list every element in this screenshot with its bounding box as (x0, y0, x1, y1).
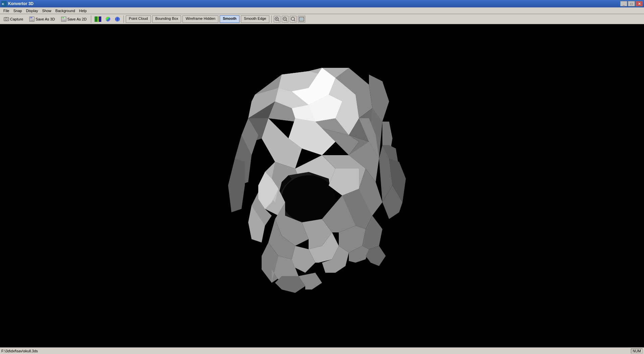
skull-render (0, 24, 644, 351)
color-gradient-button[interactable] (104, 15, 112, 23)
save2d-icon (61, 16, 66, 22)
svg-rect-14 (98, 16, 99, 22)
fit-all-button[interactable] (298, 16, 305, 23)
menu-show[interactable]: Show (40, 8, 54, 13)
menu-display[interactable]: Display (24, 8, 40, 13)
smooth-button[interactable]: Smooth (220, 15, 239, 23)
svg-rect-6 (30, 17, 33, 18)
zoom-fit-button[interactable] (290, 16, 297, 23)
save2d-label: Save As 2D (67, 17, 87, 21)
capture-label: Capture (10, 17, 23, 21)
svg-rect-4 (5, 17, 7, 18)
capture-button[interactable]: Capture (1, 15, 25, 23)
point-cloud-button[interactable]: Point Cloud (126, 15, 151, 23)
filepath-label: F:\3d\dxf\sav\skull.3ds (1, 349, 38, 353)
menu-background[interactable]: Background (53, 8, 77, 13)
svg-rect-12 (64, 17, 65, 18)
minimize-button[interactable]: _ (620, 1, 627, 6)
save-3d-button[interactable]: Save As 3D (27, 15, 57, 23)
title-bar: K Konvertor 3D _ □ ✕ (0, 0, 644, 7)
svg-text:K: K (2, 2, 4, 6)
title-bar-controls: _ □ ✕ (620, 1, 643, 6)
separator-2 (123, 15, 124, 23)
save3d-icon (29, 16, 35, 22)
viewport[interactable] (0, 24, 644, 351)
globe-button[interactable] (113, 15, 121, 23)
svg-rect-10 (62, 17, 65, 18)
toolbar: Capture Save As 3D Save As 2D (0, 14, 644, 24)
svg-rect-13 (95, 16, 98, 22)
svg-point-3 (5, 18, 7, 20)
svg-rect-32 (300, 18, 303, 20)
wireframe-hidden-button[interactable]: Wireframe Hidden (182, 15, 218, 23)
menu-help[interactable]: Help (77, 8, 89, 13)
zoom-out-button[interactable] (282, 16, 288, 23)
zoom-in-button[interactable] (274, 16, 280, 23)
menu-bar: File Snap Display Show Background Help (0, 7, 644, 14)
window-title: Konvertor 3D (8, 1, 34, 6)
status-bar: F:\3d\dxf\sav\skull.3ds NUM (0, 347, 644, 354)
svg-line-28 (286, 20, 287, 21)
close-button[interactable]: ✕ (636, 1, 643, 6)
svg-rect-7 (30, 19, 34, 21)
bounding-box-button[interactable]: Bounding Box (152, 15, 181, 23)
svg-line-30 (294, 20, 295, 21)
svg-line-25 (278, 20, 279, 21)
smooth-edge-button[interactable]: Smooth Edge (241, 15, 269, 23)
title-bar-left: K Konvertor 3D (1, 1, 34, 6)
color-green-button[interactable] (93, 15, 103, 23)
save-2d-button[interactable]: Save As 2D (59, 15, 89, 23)
menu-snap[interactable]: Snap (11, 8, 24, 13)
num-indicator: NUM (631, 349, 643, 353)
capture-icon (4, 16, 9, 22)
menu-file[interactable]: File (1, 8, 11, 13)
svg-point-29 (291, 17, 294, 20)
maximize-button[interactable]: □ (628, 1, 635, 6)
separator-1 (91, 15, 91, 23)
app-icon: K (1, 1, 7, 6)
save3d-label: Save As 3D (36, 17, 55, 21)
svg-rect-11 (62, 19, 65, 21)
svg-point-16 (106, 17, 110, 21)
svg-rect-8 (33, 17, 33, 18)
svg-rect-15 (99, 16, 101, 22)
separator-3 (271, 15, 272, 23)
